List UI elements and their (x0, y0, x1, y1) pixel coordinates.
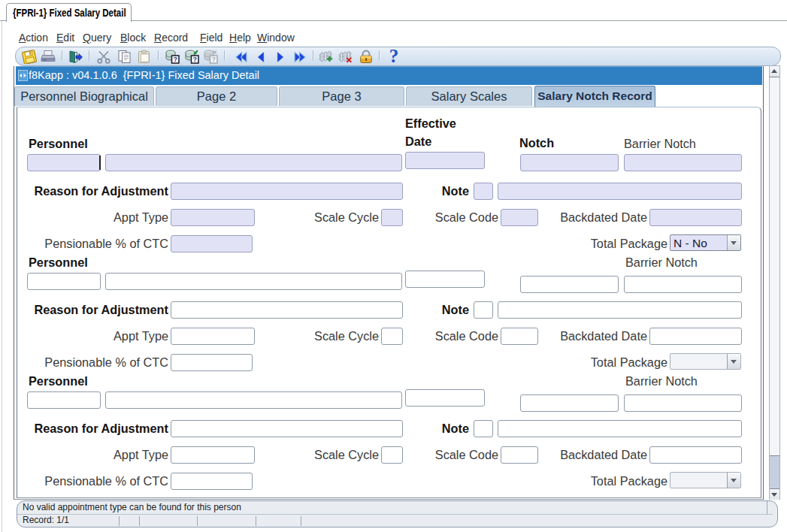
svg-text:?: ? (174, 56, 178, 63)
svg-text:?: ? (212, 56, 216, 63)
svg-text:?: ? (193, 56, 198, 63)
